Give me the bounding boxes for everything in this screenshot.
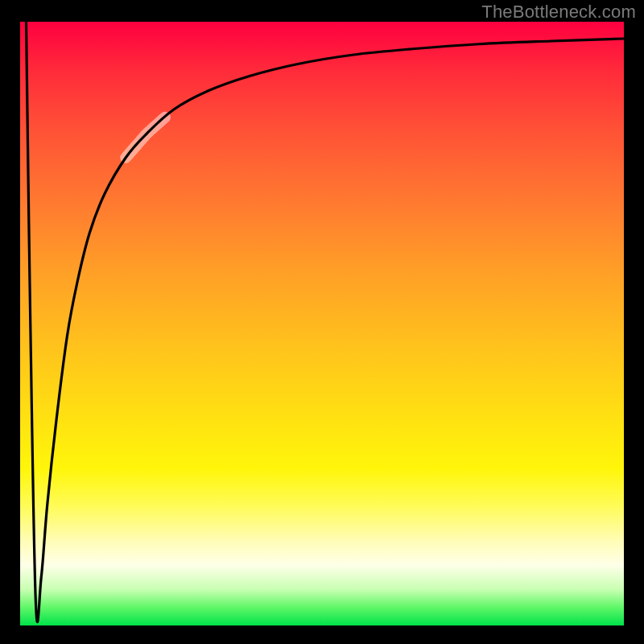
curve-layer <box>20 22 624 625</box>
plot-frame <box>20 22 624 625</box>
chart-container: TheBottleneck.com <box>0 0 644 644</box>
main-curve <box>27 22 625 622</box>
watermark-text: TheBottleneck.com <box>481 2 636 23</box>
